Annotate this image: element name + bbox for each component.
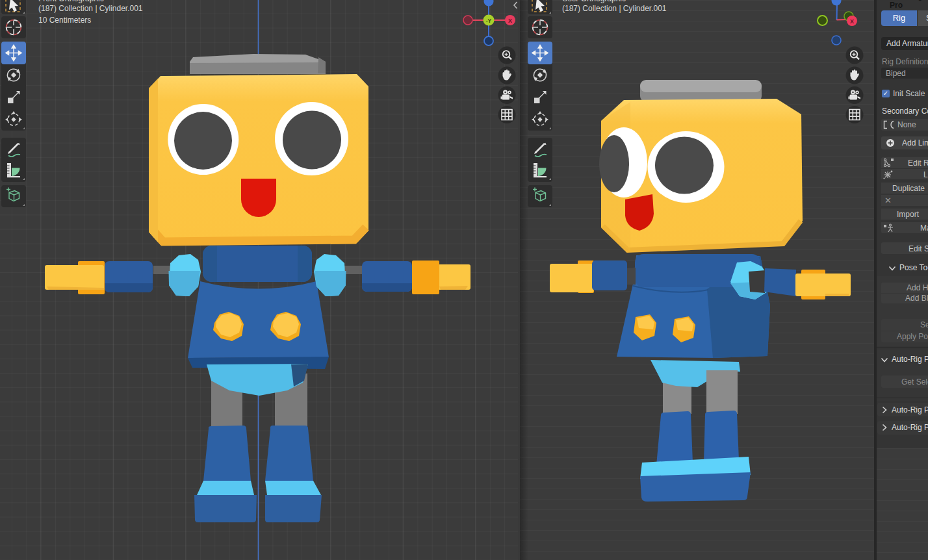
svg-text:-Y: -Y	[486, 18, 492, 24]
svg-text:X: X	[850, 18, 854, 25]
svg-text:X: X	[508, 18, 512, 24]
